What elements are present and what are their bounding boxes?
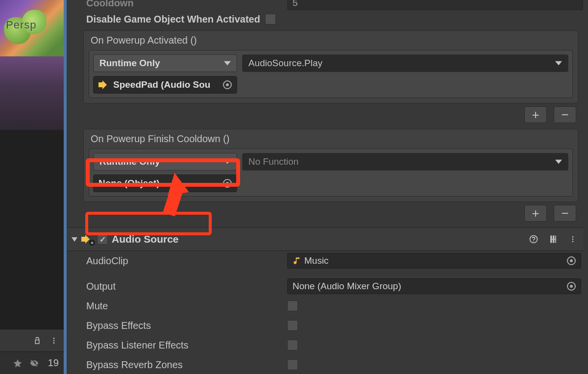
event1-function-dropdown[interactable]: AudioSource.Play bbox=[242, 54, 568, 72]
scene-preview[interactable]: Persp bbox=[0, 0, 64, 56]
object-picker-icon[interactable] bbox=[223, 80, 232, 89]
event2-mode-dropdown[interactable]: Runtime Only bbox=[93, 153, 237, 171]
event-on-powerup-finish-cooldown: On Powerup Finish Cooldown () Runtime On… bbox=[83, 129, 578, 202]
object-picker-icon[interactable] bbox=[567, 256, 576, 265]
event-on-powerup-activated: On Powerup Activated () Runtime Only Aud… bbox=[83, 30, 578, 103]
preset-icon[interactable] bbox=[548, 234, 559, 245]
hidden-icon[interactable] bbox=[29, 358, 39, 368]
audio-source-icon: + bbox=[81, 234, 94, 245]
event-header: On Powerup Activated () bbox=[84, 31, 578, 50]
hidden-count: 19 bbox=[48, 357, 59, 369]
help-icon[interactable] bbox=[528, 234, 539, 245]
bypass-reverb-label: Bypass Reverb Zones bbox=[86, 359, 287, 371]
kebab-icon[interactable] bbox=[49, 336, 59, 346]
mute-label: Mute bbox=[86, 300, 287, 312]
audioclip-label: AudioClip bbox=[86, 255, 287, 267]
bypass-effects-label: Bypass Effects bbox=[86, 320, 287, 331]
event1-remove-button[interactable]: − bbox=[554, 106, 576, 123]
disable-checkbox[interactable] bbox=[265, 14, 276, 25]
component-enable-checkbox[interactable] bbox=[97, 234, 108, 245]
perspective-label: Persp bbox=[6, 19, 36, 31]
event2-function-dropdown[interactable]: No Function bbox=[242, 153, 568, 171]
scene-sidebar: Persp 19 bbox=[0, 0, 64, 374]
event2-add-button[interactable]: + bbox=[524, 205, 547, 222]
svg-point-1 bbox=[53, 340, 55, 341]
bypass-listener-label: Bypass Listener Effects bbox=[86, 340, 287, 351]
object-picker-icon[interactable] bbox=[567, 282, 576, 291]
object-picker-icon[interactable] bbox=[223, 179, 232, 188]
svg-point-4 bbox=[572, 236, 574, 238]
svg-point-2 bbox=[53, 342, 55, 344]
star-icon[interactable] bbox=[13, 358, 23, 368]
audio-source-title: Audio Source bbox=[112, 233, 179, 245]
event2-object-field[interactable]: None (Object) bbox=[93, 175, 237, 192]
audio-source-component-header[interactable]: + Audio Source bbox=[67, 227, 583, 251]
svg-point-5 bbox=[572, 239, 574, 240]
event-header: On Powerup Finish Cooldown () bbox=[84, 129, 578, 149]
event2-remove-button[interactable]: − bbox=[554, 205, 576, 222]
output-field[interactable]: None (Audio Mixer Group) bbox=[287, 278, 581, 294]
bypass-reverb-checkbox[interactable] bbox=[287, 359, 298, 370]
cooldown-field[interactable]: 5 bbox=[287, 0, 583, 10]
audio-icon bbox=[98, 79, 109, 90]
audioclip-field[interactable]: Music bbox=[287, 253, 581, 269]
event1-mode-dropdown[interactable]: Runtime Only bbox=[93, 54, 237, 72]
event1-add-button[interactable]: + bbox=[524, 106, 547, 123]
event1-object-field[interactable]: SpeedPad (Audio Sou bbox=[93, 76, 237, 94]
foldout-icon[interactable] bbox=[72, 237, 77, 242]
kebab-icon[interactable] bbox=[567, 234, 578, 245]
lock-icon[interactable] bbox=[32, 336, 42, 346]
bypass-listener-checkbox[interactable] bbox=[287, 340, 298, 350]
svg-point-0 bbox=[53, 338, 55, 339]
disable-label: Disable Game Object When Activated bbox=[86, 14, 260, 25]
svg-point-6 bbox=[572, 241, 574, 242]
bypass-effects-checkbox[interactable] bbox=[287, 320, 298, 331]
output-label: Output bbox=[86, 281, 287, 292]
inspector-panel: Cooldown 5 Disable Game Object When Acti… bbox=[67, 0, 588, 374]
scene-footer: 19 bbox=[0, 329, 64, 374]
mute-checkbox[interactable] bbox=[287, 300, 298, 311]
cooldown-label: Cooldown bbox=[86, 0, 287, 9]
